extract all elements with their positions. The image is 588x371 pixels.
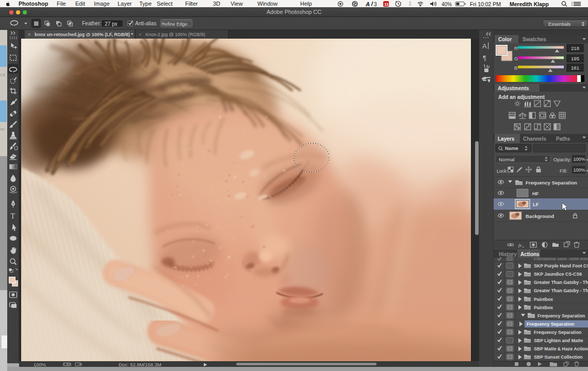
svg-text:¶: ¶ [483,54,486,62]
svg-text:Actions: Actions [520,251,540,257]
svg-text:195: 195 [571,56,579,61]
svg-text:11: 11 [384,2,389,7]
svg-text:LF: LF [533,201,539,207]
svg-text:Adjustments: Adjustments [498,86,529,91]
svg-text:fx: fx [518,243,522,248]
svg-text:Lock:: Lock: [497,168,508,174]
svg-text:Paths: Paths [556,136,570,142]
svg-text:3: 3 [374,2,377,7]
svg-text:T: T [11,212,15,220]
svg-text:Greater Than Gatsby - The ...: Greater Than Gatsby - The ... [534,280,588,285]
svg-text:40%: 40% [442,2,452,7]
svg-text:SKP Purple Hand Foot CS2...: SKP Purple Hand Foot CS2... [534,263,588,268]
svg-text:B: B [514,65,517,71]
svg-text:218: 218 [571,45,579,51]
svg-text:Background: Background [526,213,554,219]
svg-text:Frequency Separation: Frequency Separation [526,180,577,185]
svg-text:SBP Sunset Collection: SBP Sunset Collection [534,355,583,360]
svg-text:Normal: Normal [499,157,515,162]
svg-text:Fill:: Fill: [560,168,567,174]
svg-text:Add an adjustment: Add an adjustment [498,94,545,100]
svg-text:Meredith Klapp: Meredith Klapp [510,1,549,7]
svg-text:Paintbox: Paintbox [534,297,553,302]
svg-text:Layers: Layers [498,136,515,142]
svg-text:Opacity:: Opacity: [553,157,571,162]
svg-text:A: A [482,42,487,50]
svg-text:Name: Name [505,145,518,151]
svg-text:Swatches: Swatches [522,37,547,42]
svg-text:Frequency Separation: Frequency Separation [527,322,574,327]
svg-text:Greater Than Gatsby - The ...: Greater Than Gatsby - The ... [534,288,588,293]
svg-text:SBP Lighten and Matte: SBP Lighten and Matte [534,338,583,343]
svg-text:A: A [365,1,370,7]
svg-text:SKP Jaundice CS-CS6: SKP Jaundice CS-CS6 [534,272,582,277]
svg-text:Frequency Separation: Frequency Separation [537,313,585,318]
svg-text:SBP Matte & Haze Action Set: SBP Matte & Haze Action Set [534,346,588,351]
svg-text:Channels: Channels [523,136,546,142]
svg-text:HF: HF [532,191,539,196]
svg-text:Fri 10:02 PM: Fri 10:02 PM [470,1,501,7]
svg-text:181: 181 [571,65,579,71]
svg-text:100%: 100% [574,167,585,173]
svg-text:Frequency Separation: Frequency Separation [534,330,581,335]
svg-text:Color: Color [498,37,512,42]
svg-text:Paintbox: Paintbox [534,305,553,310]
svg-text:G: G [514,56,518,61]
svg-text:R: R [514,45,518,51]
svg-text:100%: 100% [574,157,585,162]
